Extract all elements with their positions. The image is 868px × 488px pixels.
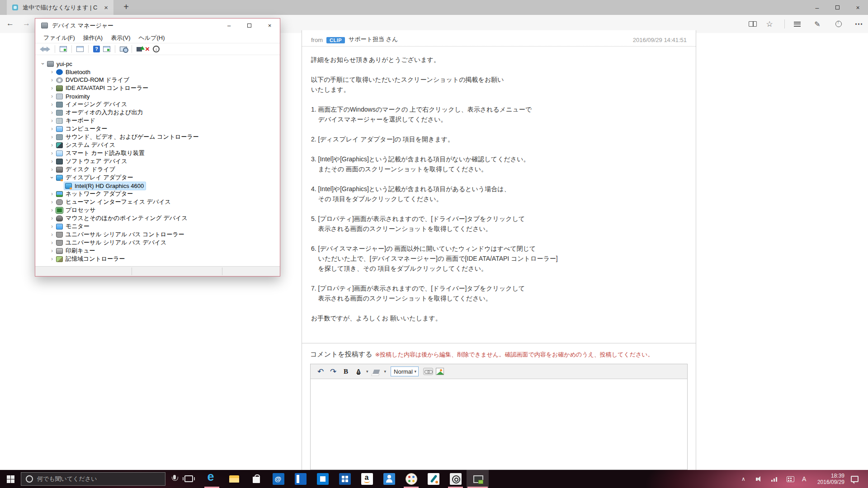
browser-maximize-button[interactable] (827, 0, 848, 15)
device-tree-item[interactable]: ›スマート カード読み取り装置 (36, 149, 279, 157)
browser-close-button[interactable]: × (848, 0, 868, 15)
ime-pad-icon[interactable] (787, 470, 794, 488)
browser-minimize-button[interactable]: – (807, 0, 827, 15)
dm-close-button[interactable]: × (259, 19, 280, 33)
device-tree-item[interactable]: ›Intel(R) HD Graphics 4600 (36, 182, 279, 190)
bold-button[interactable]: B (340, 366, 351, 377)
chevron-collapsed-icon[interactable]: › (49, 142, 55, 148)
chevron-collapsed-icon[interactable]: › (49, 93, 55, 99)
device-manager-titlebar[interactable]: デバイス マネージャー – × (35, 19, 280, 33)
chevron-collapsed-icon[interactable]: › (49, 231, 55, 238)
new-tab-button[interactable]: + (118, 0, 134, 15)
dm-menu-item[interactable]: ファイル(F) (39, 34, 79, 42)
device-tree-item[interactable]: ›IDE ATA/ATAPI コントローラー (36, 84, 279, 92)
device-tree-item[interactable]: ›キーボード (36, 117, 279, 125)
device-tree-item[interactable]: ›システム デバイス (36, 141, 279, 149)
favorites-star-icon[interactable]: ☆ (763, 19, 776, 29)
dm-menu-item[interactable]: 表示(V) (107, 34, 134, 42)
device-tree-item[interactable]: ›ソフトウェア デバイス (36, 157, 279, 165)
font-color-caret-icon[interactable]: ▾ (366, 369, 368, 374)
comment-text-area[interactable] (311, 379, 687, 469)
highlight-color-button[interactable] (371, 366, 382, 377)
device-tree-item[interactable]: ›yui-pc (36, 60, 279, 68)
chevron-collapsed-icon[interactable]: › (49, 101, 55, 108)
chevron-collapsed-icon[interactable]: › (49, 85, 55, 91)
font-color-button[interactable]: A (353, 366, 364, 377)
microphone-icon[interactable] (170, 474, 179, 484)
undo-icon[interactable]: ↶ (315, 366, 326, 377)
forward-icon[interactable] (47, 47, 50, 52)
highlight-caret-icon[interactable]: ▾ (384, 369, 387, 374)
action-center-icon[interactable] (851, 470, 859, 488)
device-tree-item[interactable]: ›ヒューマン インターフェイス デバイス (36, 198, 279, 206)
chevron-collapsed-icon[interactable]: › (49, 126, 55, 132)
tray-expand-chevron-icon[interactable]: ∧ (741, 470, 745, 488)
ime-mode-indicator[interactable]: A (802, 470, 806, 488)
volume-icon[interactable] (756, 470, 760, 488)
network-signal-icon[interactable] (771, 470, 777, 488)
taskbar-clock[interactable]: 18:392016/09/29 (812, 470, 844, 488)
taskbar-app-sai-spiral[interactable] (444, 470, 467, 488)
browser-forward-button[interactable]: → (23, 19, 30, 28)
task-view-icon[interactable] (184, 475, 193, 482)
start-button[interactable] (0, 470, 21, 488)
taskbar-app-photos[interactable] (289, 470, 311, 488)
chevron-expanded-icon[interactable]: › (49, 174, 55, 181)
chevron-collapsed-icon[interactable]: › (49, 158, 55, 164)
device-tree-item[interactable]: ›サウンド、ビデオ、およびゲーム コントローラー (36, 133, 279, 141)
console-tree-icon[interactable] (60, 46, 67, 52)
scan-hardware-changes-icon[interactable] (120, 47, 127, 52)
insert-image-icon[interactable] (436, 368, 444, 375)
browser-back-button[interactable]: ← (6, 19, 14, 28)
taskbar-app-file-explorer[interactable] (223, 470, 245, 488)
device-tree-item[interactable]: ›DVD/CD-ROM ドライブ (36, 76, 279, 84)
chevron-collapsed-icon[interactable]: › (49, 215, 55, 221)
chevron-collapsed-icon[interactable]: › (49, 109, 55, 116)
format-select[interactable]: Normal▾ (391, 366, 419, 376)
help-icon[interactable]: ? (93, 46, 100, 52)
device-tree-item[interactable]: ›Bluetooth (36, 68, 279, 76)
device-tree-item[interactable]: ›記憶域コントローラー (36, 255, 279, 263)
share-icon[interactable] (832, 19, 845, 29)
cortana-search-box[interactable]: 何でも聞いてください (21, 472, 165, 486)
device-tree-item[interactable]: ›イメージング デバイス (36, 100, 279, 108)
reading-view-icon[interactable] (746, 19, 760, 29)
insert-link-icon[interactable] (423, 368, 433, 375)
uninstall-device-icon[interactable]: × (145, 46, 150, 52)
device-tree-item[interactable]: ›ユニバーサル シリアル バス コントローラー (36, 230, 279, 239)
chevron-collapsed-icon[interactable]: › (49, 191, 55, 197)
device-tree-item[interactable]: ›印刷キュー (36, 247, 279, 255)
taskbar-app-mail[interactable] (267, 470, 289, 488)
chevron-collapsed-icon[interactable]: › (49, 207, 55, 213)
taskbar-app-amazon[interactable] (356, 470, 378, 488)
tab-close-icon[interactable]: × (102, 4, 110, 11)
action-pane-icon[interactable] (103, 46, 110, 52)
taskbar-app-store[interactable] (245, 470, 267, 488)
chevron-collapsed-icon[interactable]: › (49, 256, 55, 262)
update-driver-icon[interactable] (137, 47, 142, 52)
dm-minimize-button[interactable]: – (219, 19, 239, 33)
dm-menu-item[interactable]: ヘルプ(H) (135, 34, 169, 42)
taskbar-app-paint-palette[interactable] (400, 470, 422, 488)
device-tree-item[interactable]: ›ディスク ドライブ (36, 165, 279, 174)
device-tree-item[interactable]: ›モニター (36, 222, 279, 230)
device-tree-item[interactable]: ›ユニバーサル シリアル バス デバイス (36, 239, 279, 247)
device-tree-item[interactable]: ›プロセッサ (36, 206, 279, 214)
device-tree-item[interactable]: ›Proximity (36, 92, 279, 100)
chevron-collapsed-icon[interactable]: › (49, 150, 55, 156)
hub-icon[interactable] (790, 19, 804, 29)
chevron-collapsed-icon[interactable]: › (49, 134, 55, 140)
chevron-expanded-icon[interactable]: › (40, 61, 46, 67)
device-tree-item[interactable]: ›コンピューター (36, 125, 279, 133)
device-tree-item[interactable]: ›マウスとそのほかのポインティング デバイス (36, 214, 279, 222)
chevron-collapsed-icon[interactable]: › (49, 223, 55, 230)
taskbar-app-apps-grid[interactable] (334, 470, 356, 488)
chevron-collapsed-icon[interactable]: › (49, 248, 55, 254)
browser-tab[interactable]: 途中で描けなくなります | C × (7, 0, 113, 15)
dm-menu-item[interactable]: 操作(A) (79, 34, 107, 42)
taskbar-app-device-manager[interactable] (467, 470, 489, 488)
chevron-collapsed-icon[interactable]: › (49, 239, 55, 246)
device-tree-item[interactable]: ›ディスプレイ アダプター (36, 174, 279, 182)
chevron-collapsed-icon[interactable]: › (49, 199, 55, 205)
device-tree-item[interactable]: ›ネットワーク アダプター (36, 190, 279, 198)
